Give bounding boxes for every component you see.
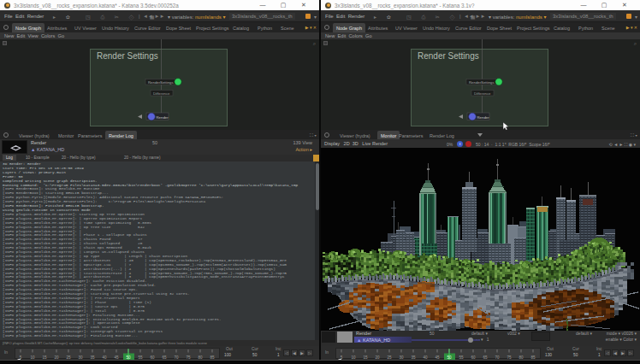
svg-text:RenderSettings: RenderSettings bbox=[469, 80, 495, 85]
svg-text:20: 20 bbox=[54, 355, 59, 360]
svg-text:30: 30 bbox=[78, 355, 83, 360]
svg-text:35: 35 bbox=[90, 355, 95, 360]
svg-text:10: 10 bbox=[30, 355, 35, 360]
svg-text:5: 5 bbox=[341, 355, 343, 360]
svg-text:40: 40 bbox=[423, 355, 428, 360]
svg-text:Difference: Difference bbox=[474, 91, 491, 96]
svg-text:75: 75 bbox=[507, 355, 512, 360]
svg-text:75: 75 bbox=[186, 355, 191, 360]
svg-text:60: 60 bbox=[471, 355, 476, 360]
svg-text:85: 85 bbox=[530, 355, 536, 360]
svg-text:60: 60 bbox=[150, 355, 155, 360]
svg-text:70: 70 bbox=[495, 355, 500, 360]
svg-text:40: 40 bbox=[102, 355, 107, 360]
svg-text:30: 30 bbox=[399, 355, 404, 360]
svg-text:70: 70 bbox=[174, 355, 179, 360]
svg-text:Render: Render bbox=[157, 115, 169, 120]
svg-text:85: 85 bbox=[210, 355, 215, 360]
svg-text:50: 50 bbox=[447, 355, 452, 360]
svg-text:20: 20 bbox=[375, 355, 380, 360]
svg-text:65: 65 bbox=[162, 355, 167, 360]
svg-text:25: 25 bbox=[387, 355, 392, 360]
svg-text:RenderSettings: RenderSettings bbox=[148, 80, 174, 85]
svg-text:50: 50 bbox=[126, 355, 131, 360]
svg-text:35: 35 bbox=[411, 355, 416, 360]
svg-text:55: 55 bbox=[459, 355, 464, 360]
svg-text:Render: Render bbox=[477, 115, 490, 120]
svg-text:15: 15 bbox=[363, 355, 368, 360]
svg-text:65: 65 bbox=[483, 355, 488, 360]
svg-text:10: 10 bbox=[351, 355, 356, 360]
svg-text:15: 15 bbox=[42, 355, 47, 360]
svg-text:45: 45 bbox=[114, 355, 119, 360]
svg-text:Difference: Difference bbox=[153, 91, 170, 96]
svg-text:80: 80 bbox=[519, 355, 524, 360]
svg-text:45: 45 bbox=[435, 355, 440, 360]
svg-text:25: 25 bbox=[66, 355, 71, 360]
svg-text:55: 55 bbox=[138, 355, 143, 360]
svg-text:5: 5 bbox=[20, 355, 22, 360]
svg-text:80: 80 bbox=[198, 355, 203, 360]
